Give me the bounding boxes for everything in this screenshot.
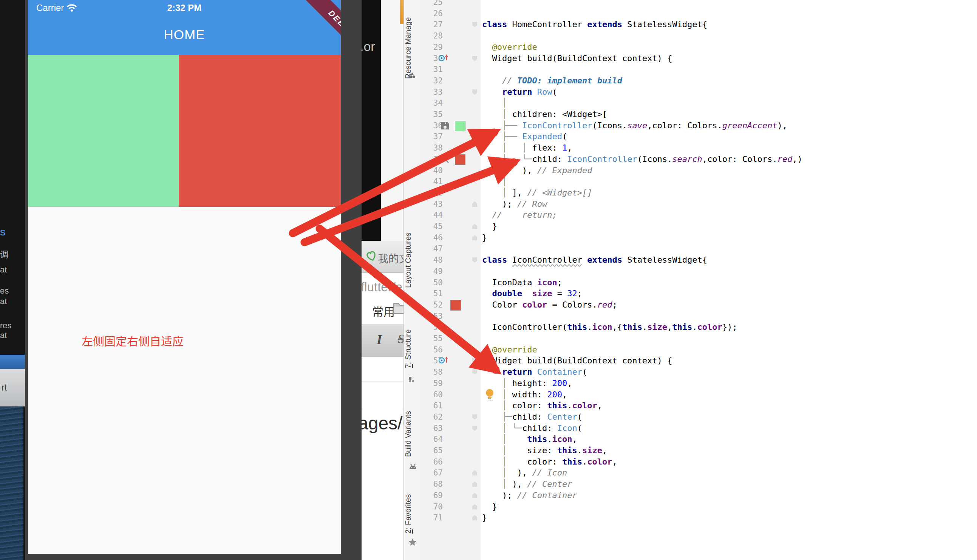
fold-close-marker[interactable] — [472, 235, 477, 240]
code-line[interactable]: │ color: this.color, — [482, 456, 617, 468]
fold-close-marker[interactable] — [472, 202, 477, 207]
color-swatch-red[interactable] — [450, 300, 461, 310]
code-line[interactable]: ├── IconController(Icons.save,color: Col… — [482, 120, 787, 131]
code-line[interactable]: │ — [482, 97, 507, 109]
line-number[interactable]: 60 — [420, 390, 443, 399]
line-number[interactable]: 50 — [420, 278, 443, 287]
fold-open-marker[interactable] — [472, 426, 477, 431]
line-number[interactable]: 39 — [420, 155, 443, 164]
line-number[interactable]: 64 — [420, 435, 443, 444]
code-line[interactable]: } — [482, 232, 487, 243]
fold-open-marker[interactable] — [472, 358, 477, 363]
line-number[interactable]: 67 — [420, 468, 443, 477]
tool-tab-layout-captures[interactable]: Layout Captures — [404, 230, 420, 290]
code-line[interactable]: IconData icon; — [482, 277, 562, 288]
code-line[interactable]: ); // Row — [482, 198, 547, 210]
android-icon[interactable] — [408, 463, 417, 471]
line-number[interactable]: 66 — [420, 457, 443, 467]
fold-open-marker[interactable] — [472, 257, 477, 263]
color-swatch-green[interactable] — [455, 121, 465, 131]
save-icon[interactable] — [440, 121, 450, 132]
code-line[interactable]: │ ), // Icon — [482, 467, 567, 478]
structure-icon[interactable] — [408, 377, 415, 385]
fold-close-marker[interactable] — [472, 482, 477, 487]
green-fixed-box[interactable] — [28, 55, 179, 207]
fold-close-marker[interactable] — [472, 515, 477, 520]
line-number[interactable]: 65 — [420, 446, 443, 455]
star-icon[interactable] — [408, 538, 417, 548]
line-number[interactable]: 26 — [420, 9, 443, 18]
line-number[interactable]: 40 — [420, 166, 443, 175]
line-number[interactable]: 61 — [420, 401, 443, 410]
line-number[interactable]: 38 — [420, 143, 443, 152]
line-number[interactable]: 42 — [420, 188, 443, 197]
code-line[interactable]: │ color: this.color, — [482, 400, 602, 411]
tool-tab-build-variants[interactable]: Build Variants — [404, 406, 420, 462]
editor-gutter[interactable]: 2526272829303132333435363738394041424344… — [420, 0, 480, 560]
code-line[interactable]: │ children: <Widget>[ — [482, 109, 607, 120]
line-number[interactable]: 32 — [420, 76, 443, 85]
line-number[interactable]: 48 — [420, 255, 443, 265]
line-number[interactable]: 29 — [420, 43, 443, 52]
line-number[interactable]: 63 — [420, 424, 443, 433]
code-line[interactable]: │ width: 200, — [482, 389, 567, 400]
code-line[interactable]: │ ), // Expanded — [482, 165, 592, 176]
line-number[interactable]: 34 — [420, 98, 443, 108]
fold-open-marker[interactable] — [472, 56, 477, 61]
fold-open-marker[interactable] — [472, 370, 477, 375]
file-dialog-header[interactable]: 我的文 — [361, 241, 403, 273]
line-number[interactable]: 44 — [420, 210, 443, 220]
code-line[interactable]: return Container( — [482, 367, 587, 378]
code-line[interactable]: class HomeController extends StatelessWi… — [482, 19, 707, 30]
fold-close-marker[interactable] — [472, 470, 477, 475]
line-number[interactable]: 37 — [420, 132, 443, 141]
code-line[interactable]: ├─child: Center( — [482, 411, 582, 423]
code-line[interactable]: Color color = Colors.red; — [482, 299, 617, 310]
code-line[interactable]: │ size: this.size, — [482, 445, 607, 456]
code-line[interactable]: Widget build(BuildContext context) { — [482, 53, 672, 64]
code-line[interactable]: ); // Container — [482, 490, 577, 501]
folder-icon[interactable] — [393, 301, 403, 314]
line-number[interactable]: 71 — [420, 513, 443, 522]
line-number[interactable]: 33 — [420, 88, 443, 97]
fold-close-marker[interactable] — [472, 504, 477, 510]
line-number[interactable]: 62 — [420, 412, 443, 422]
code-line[interactable]: // TODO: implement build — [482, 75, 622, 87]
code-line[interactable]: │ ), // Center — [482, 478, 572, 490]
code-line[interactable]: │ this.icon, — [482, 433, 577, 445]
line-number[interactable]: 45 — [420, 222, 443, 231]
fold-open-marker[interactable] — [472, 414, 477, 420]
code-line[interactable]: │ — [482, 176, 507, 187]
line-number[interactable]: 55 — [420, 334, 443, 343]
code-line[interactable]: } — [482, 221, 497, 232]
override-icon[interactable] — [438, 356, 451, 365]
code-line[interactable]: │ ], // <Widget>[] — [482, 187, 592, 198]
code-line[interactable]: // return; — [482, 210, 557, 221]
override-icon[interactable] — [438, 54, 451, 63]
fold-close-marker[interactable] — [472, 224, 477, 229]
code-line[interactable]: @override — [482, 42, 537, 53]
line-number[interactable]: 35 — [420, 110, 443, 119]
dialog-path-label[interactable]: /flutter/e — [361, 280, 402, 294]
line-number[interactable]: 25 — [420, 0, 443, 7]
line-number[interactable]: 70 — [420, 502, 443, 511]
code-editor[interactable]: class HomeController extends StatelessWi… — [480, 0, 977, 560]
code-line[interactable]: class IconController extends StatelessWi… — [482, 254, 707, 266]
line-number[interactable]: 27 — [420, 20, 443, 29]
line-number[interactable]: 58 — [420, 368, 443, 377]
line-number[interactable]: 56 — [420, 345, 443, 354]
fold-open-marker[interactable] — [472, 90, 477, 95]
fold-close-marker[interactable] — [472, 493, 477, 498]
flutter-app-screen[interactable]: Carrier 2:32 PM — [28, 0, 341, 554]
line-number[interactable]: 41 — [420, 177, 443, 186]
code-line[interactable]: return Row( — [482, 87, 557, 98]
line-number[interactable]: 54 — [420, 323, 443, 332]
code-line[interactable]: ├── Expanded( — [482, 131, 567, 142]
code-line[interactable]: │ └─child: IconController(Icons.search,c… — [482, 153, 803, 165]
line-number[interactable]: 36 — [420, 121, 443, 130]
line-number[interactable]: 43 — [420, 200, 443, 209]
code-line[interactable]: │ │ flex: 1, — [482, 142, 572, 153]
tool-tab-2-favorites[interactable]: 2: Favorites — [404, 490, 420, 538]
code-line[interactable]: │ height: 200, — [482, 378, 572, 389]
line-number[interactable]: 46 — [420, 233, 443, 242]
